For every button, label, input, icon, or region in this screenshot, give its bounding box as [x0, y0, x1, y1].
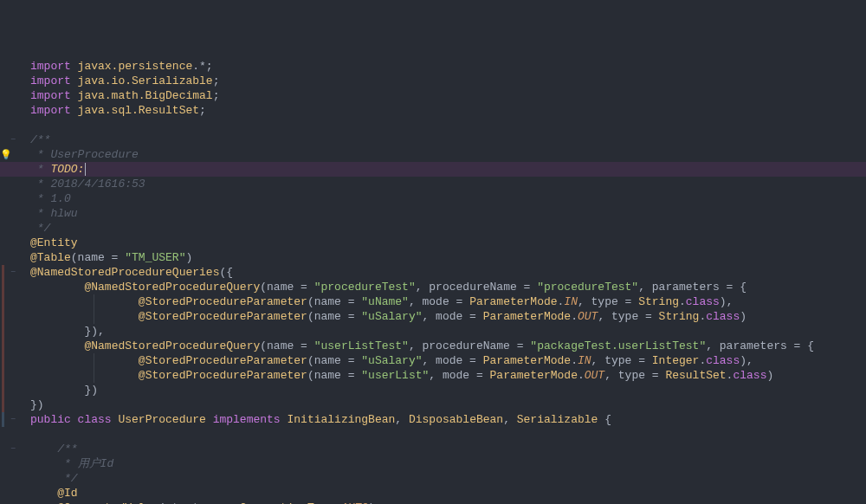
fold-toggle	[9, 339, 17, 353]
fold-toggle	[9, 397, 17, 412]
code-content[interactable]: })	[17, 397, 866, 412]
code-content[interactable]: public class UserProcedure implements In…	[17, 412, 866, 427]
gutter	[0, 501, 9, 504]
code-line[interactable]: * TODO:	[0, 162, 866, 177]
gutter	[0, 88, 9, 103]
code-content[interactable]: @NamedStoredProcedureQuery(name = "userL…	[17, 339, 866, 353]
change-marker-modified	[2, 383, 4, 397]
indent-guide	[94, 368, 94, 383]
code-line[interactable]: 💡 * UserProcedure	[0, 147, 866, 162]
code-content[interactable]: @NamedStoredProcedureQueries({	[17, 265, 866, 280]
gutter	[0, 368, 9, 383]
fold-toggle	[9, 368, 17, 383]
code-content[interactable]: @Entity	[17, 236, 866, 250]
code-content[interactable]: import java.sql.ResultSet;	[17, 103, 866, 118]
code-line[interactable]: * 1.0	[0, 191, 866, 206]
gutter	[0, 471, 9, 486]
code-line[interactable]: * 用户Id	[0, 456, 866, 471]
code-line[interactable]: })	[0, 397, 866, 412]
code-line[interactable]: @NamedStoredProcedureQuery(name = "proce…	[0, 280, 866, 294]
code-line[interactable]: }),	[0, 324, 866, 339]
code-content[interactable]: * hlwu	[17, 206, 866, 221]
change-marker-added	[2, 412, 4, 427]
code-line[interactable]: * hlwu	[0, 206, 866, 221]
code-content[interactable]: @Id	[17, 486, 866, 501]
code-line[interactable]: @NamedStoredProcedureQuery(name = "userL…	[0, 339, 866, 353]
code-line[interactable]: @StoredProcedureParameter(name = "userLi…	[0, 368, 866, 383]
code-content[interactable]: /**	[17, 132, 866, 147]
fold-toggle[interactable]: −	[9, 132, 17, 147]
code-line[interactable]: @Id	[0, 486, 866, 501]
code-content[interactable]	[17, 118, 866, 132]
code-line[interactable]	[0, 118, 866, 132]
code-content[interactable]: * TODO:	[17, 162, 866, 177]
code-content[interactable]: }),	[17, 324, 866, 339]
code-content[interactable]: * 用户Id	[17, 456, 866, 471]
code-content[interactable]: @Table(name = "TM_USER")	[17, 250, 866, 265]
gutter	[0, 486, 9, 501]
fold-toggle	[9, 191, 17, 206]
fold-toggle	[9, 177, 17, 191]
code-content[interactable]: @StoredProcedureParameter(name = "userLi…	[17, 368, 866, 383]
code-line[interactable]: −public class UserProcedure implements I…	[0, 412, 866, 427]
change-marker-modified	[2, 324, 4, 339]
code-line[interactable]: */	[0, 471, 866, 486]
fold-toggle	[9, 88, 17, 103]
code-content[interactable]: @NamedStoredProcedureQuery(name = "proce…	[17, 280, 866, 294]
code-content[interactable]: @GeneratedValue(strategy = GenerationTyp…	[17, 501, 866, 504]
gutter	[0, 74, 9, 88]
gutter	[0, 294, 9, 309]
code-content[interactable]: */	[17, 471, 866, 486]
code-content[interactable]: import javax.persistence.*;	[17, 59, 866, 74]
code-line[interactable]: * 2018/4/1616:53	[0, 177, 866, 191]
code-line[interactable]: @StoredProcedureParameter(name = "uName"…	[0, 294, 866, 309]
code-content[interactable]: * 2018/4/1616:53	[17, 177, 866, 191]
code-line[interactable]: import java.sql.ResultSet;	[0, 103, 866, 118]
code-content[interactable]: /**	[17, 442, 866, 456]
code-line[interactable]: import javax.persistence.*;	[0, 59, 866, 74]
code-editor[interactable]: import javax.persistence.*;import java.i…	[0, 59, 866, 504]
change-marker-modified	[2, 397, 4, 412]
code-content[interactable]: * UserProcedure	[17, 147, 866, 162]
gutter	[0, 162, 9, 177]
code-line[interactable]	[0, 427, 866, 442]
code-line[interactable]: @GeneratedValue(strategy = GenerationTyp…	[0, 501, 866, 504]
gutter	[0, 324, 9, 339]
fold-toggle	[9, 280, 17, 294]
code-line[interactable]: import java.io.Serializable;	[0, 74, 866, 88]
code-line[interactable]: })	[0, 383, 866, 397]
code-line[interactable]: −@NamedStoredProcedureQueries({	[0, 265, 866, 280]
indent-guide	[94, 353, 94, 368]
code-content[interactable]: import java.io.Serializable;	[17, 74, 866, 88]
code-content[interactable]: import java.math.BigDecimal;	[17, 88, 866, 103]
gutter	[0, 103, 9, 118]
code-line[interactable]: import java.math.BigDecimal;	[0, 88, 866, 103]
code-content[interactable]: @StoredProcedureParameter(name = "uName"…	[17, 294, 866, 309]
code-line[interactable]: @Table(name = "TM_USER")	[0, 250, 866, 265]
fold-toggle[interactable]: −	[9, 442, 17, 456]
code-content[interactable]: })	[17, 383, 866, 397]
code-line[interactable]: −/**	[0, 132, 866, 147]
fold-toggle	[9, 456, 17, 471]
gutter	[0, 456, 9, 471]
gutter	[0, 265, 9, 280]
code-content[interactable]: */	[17, 221, 866, 236]
change-marker-modified	[2, 368, 4, 383]
code-content[interactable]: @StoredProcedureParameter(name = "uSalar…	[17, 309, 866, 324]
code-content[interactable]: * 1.0	[17, 191, 866, 206]
code-content[interactable]	[17, 427, 866, 442]
code-line[interactable]: − /**	[0, 442, 866, 456]
gutter: 💡	[0, 147, 9, 162]
fold-toggle[interactable]: −	[9, 412, 17, 427]
code-line[interactable]: */	[0, 221, 866, 236]
fold-toggle[interactable]: −	[9, 265, 17, 280]
fold-toggle	[9, 206, 17, 221]
gutter	[0, 442, 9, 456]
change-marker-modified	[2, 353, 4, 368]
code-line[interactable]: @StoredProcedureParameter(name = "uSalar…	[0, 309, 866, 324]
code-line[interactable]: @StoredProcedureParameter(name = "uSalar…	[0, 353, 866, 368]
code-line[interactable]: @Entity	[0, 236, 866, 250]
fold-toggle	[9, 59, 17, 74]
code-content[interactable]: @StoredProcedureParameter(name = "uSalar…	[17, 353, 866, 368]
fold-toggle	[9, 427, 17, 442]
